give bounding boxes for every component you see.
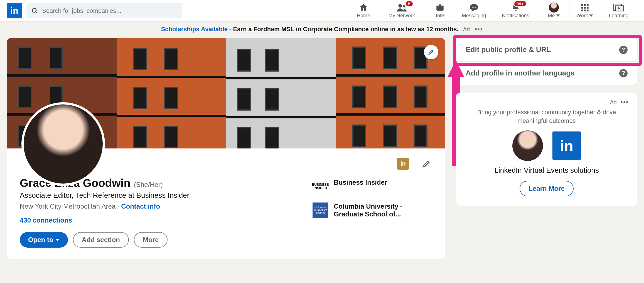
help-icon[interactable]: ? (619, 46, 628, 54)
top-nav: in Home 5 My Network Jobs (0, 0, 644, 22)
profile-settings-card: Edit public profile & URL ? Add profile … (456, 38, 637, 85)
nav-work-label: Work (576, 13, 588, 19)
svg-point-2 (398, 4, 402, 8)
identity-section: Grace Eliza Goodwin (She/Her) Associate … (20, 177, 290, 248)
nav-messaging-label: Messaging (462, 13, 486, 19)
svg-rect-15 (581, 10, 583, 11)
add-profile-language-link[interactable]: Add profile in another language ? (456, 61, 637, 85)
linkedin-logo[interactable]: in (7, 3, 22, 18)
nav-me[interactable]: Me (539, 0, 569, 21)
notifications-badge: 99+ (514, 1, 526, 7)
svg-rect-10 (584, 4, 586, 6)
edit-cover-button[interactable] (424, 45, 438, 59)
svg-point-7 (473, 7, 475, 8)
add-profile-language-label: Add profile in another language (466, 69, 574, 77)
linkedin-logo-icon: in (552, 131, 581, 160)
premium-badge-icon[interactable]: in (397, 158, 409, 170)
edit-profile-button[interactable] (421, 158, 432, 170)
add-section-button[interactable]: Add section (73, 232, 129, 248)
nav-home-label: Home (357, 13, 370, 19)
help-icon[interactable]: ? (619, 69, 628, 77)
banner-link[interactable]: Scholarships Available - (161, 26, 233, 33)
svg-rect-11 (587, 4, 589, 6)
svg-line-1 (36, 12, 38, 13)
nav-jobs[interactable]: Jobs (425, 0, 455, 21)
connections-link[interactable]: 430 connections (20, 216, 290, 224)
ad-label: Ad (610, 99, 616, 106)
experience-item[interactable]: BUSINESS INSIDER Business Insider (313, 179, 432, 194)
svg-rect-9 (581, 4, 583, 6)
chat-icon (469, 3, 479, 12)
nav-jobs-label: Jobs (435, 13, 445, 19)
briefcase-icon (435, 3, 445, 12)
sidebar-ad-card: Ad ••• Bring your professional community… (456, 93, 637, 206)
pencil-icon (428, 49, 434, 55)
profile-headline: Associate Editor, Tech Reference at Busi… (20, 191, 290, 200)
banner-text: Earn a Fordham MSL in Corporate Complian… (233, 26, 458, 33)
svg-point-0 (32, 8, 36, 12)
profile-avatar[interactable] (21, 102, 105, 186)
home-icon (359, 3, 368, 12)
caret-down-icon (556, 14, 560, 17)
svg-rect-14 (587, 7, 589, 9)
nav-notifications[interactable]: 99+ Notifications (493, 0, 539, 21)
grid-icon (581, 3, 589, 12)
svg-point-6 (472, 7, 473, 8)
learning-icon (613, 3, 624, 12)
nav-items: Home 5 My Network Jobs Messaging 99+ (348, 0, 637, 21)
search-input[interactable] (42, 7, 177, 14)
ad-avatar-icon (512, 130, 543, 161)
svg-point-8 (475, 7, 476, 8)
edit-public-profile-link[interactable]: Edit public profile & URL ? (456, 38, 637, 61)
banner-menu-icon[interactable]: ••• (475, 26, 483, 33)
profile-location: New York City Metropolitan Area (20, 203, 115, 210)
open-to-button[interactable]: Open to (20, 232, 68, 248)
nav-network-label: My Network (389, 13, 415, 19)
caret-down-icon (589, 14, 593, 17)
svg-point-3 (403, 5, 405, 8)
nav-notifications-label: Notifications (502, 13, 529, 19)
svg-rect-4 (436, 6, 444, 11)
sponsored-banner[interactable]: Scholarships Available - Earn a Fordham … (0, 22, 644, 38)
experience-list: BUSINESS INSIDER Business Insider Columb… (313, 179, 432, 248)
search-icon (31, 8, 38, 14)
profile-card: in Grace Eliza Goodwin (She/Her) Associa… (7, 38, 445, 259)
experience-name: Business Insider (334, 179, 387, 186)
edit-public-profile-label: Edit public profile & URL (466, 45, 551, 54)
nav-messaging[interactable]: Messaging (455, 0, 493, 21)
svg-rect-13 (584, 7, 586, 9)
nav-network[interactable]: 5 My Network (379, 0, 425, 21)
pencil-icon (422, 159, 431, 169)
school-logo-icon: Columbia Journalism School (313, 203, 328, 218)
ad-title: LinkedIn Virtual Events solutions (464, 166, 629, 175)
nav-work[interactable]: Work (569, 0, 600, 21)
nav-learning[interactable]: Learning (600, 0, 637, 21)
nav-home[interactable]: Home (348, 0, 379, 21)
experience-name: Columbia University - Graduate School of… (334, 203, 432, 218)
learn-more-button[interactable]: Learn More (520, 181, 573, 196)
svg-rect-16 (584, 10, 586, 11)
ad-text: Bring your professional community togeth… (473, 108, 620, 125)
caret-down-icon (56, 239, 60, 241)
me-avatar-icon (549, 3, 559, 13)
main-content: in Grace Eliza Goodwin (She/Her) Associa… (0, 38, 644, 259)
more-button[interactable]: More (134, 232, 168, 248)
nav-me-label: Me (548, 13, 555, 19)
company-logo-icon: BUSINESS INSIDER (313, 179, 328, 194)
banner-ad-label: Ad (463, 26, 470, 32)
search-box[interactable] (26, 3, 182, 18)
svg-rect-12 (581, 7, 583, 9)
svg-rect-17 (587, 10, 589, 11)
contact-info-link[interactable]: Contact info (121, 203, 160, 210)
profile-pronouns: (She/Her) (134, 181, 163, 189)
nav-learning-label: Learning (609, 13, 628, 19)
experience-item[interactable]: Columbia Journalism School Columbia Univ… (313, 203, 432, 218)
ad-menu-icon[interactable]: ••• (621, 99, 629, 106)
network-badge: 5 (405, 1, 413, 7)
